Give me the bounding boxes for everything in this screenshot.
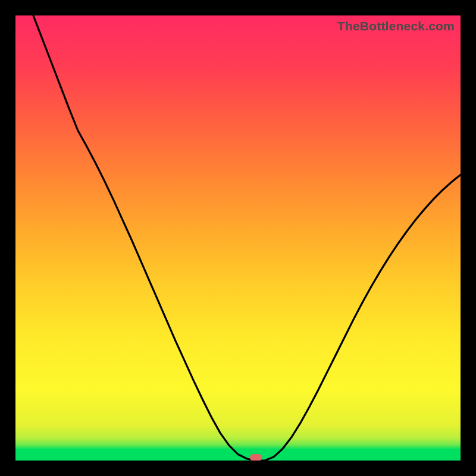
bottleneck-curve — [15, 15, 461, 461]
chart-frame: TheBottleneck.com — [0, 0, 476, 476]
curve-path — [33, 15, 461, 461]
plot-area: TheBottleneck.com — [15, 15, 461, 461]
optimum-marker — [250, 454, 262, 461]
watermark-text: TheBottleneck.com — [337, 19, 455, 33]
